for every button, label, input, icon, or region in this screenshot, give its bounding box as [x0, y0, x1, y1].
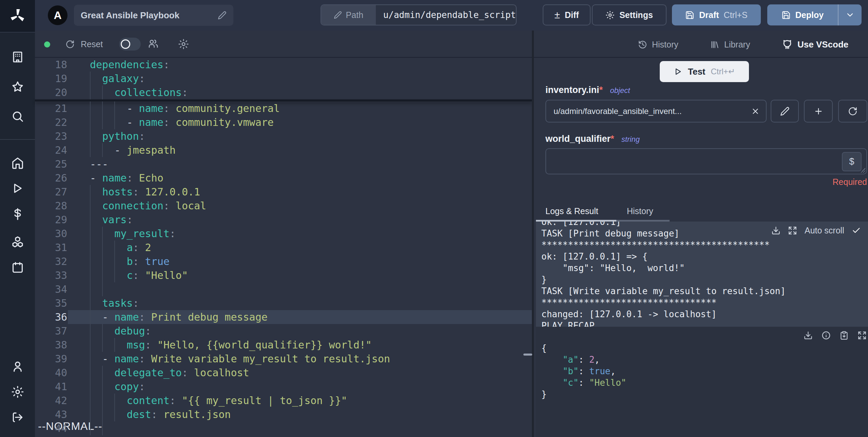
sidebar-item-search-icon[interactable] — [11, 110, 24, 123]
line-number: 24 — [35, 143, 67, 157]
sidebar — [0, 0, 35, 437]
required-error-text: Required — [545, 177, 867, 187]
line-number: 33 — [35, 268, 67, 282]
edit-name-icon[interactable] — [218, 11, 227, 20]
code-line[interactable]: c: "Hello" — [68, 268, 532, 282]
tab-logs-result[interactable]: Logs & Result — [545, 206, 598, 216]
draft-shortcut: Ctrl+S — [724, 10, 748, 20]
script-name-input[interactable]: Great Ansible Playbook — [74, 5, 233, 26]
code-line[interactable]: collections: — [68, 86, 532, 99]
path-field[interactable]: Path u/admin/dependable_script — [321, 4, 517, 25]
code-line[interactable]: delegate_to: localhost — [68, 366, 532, 380]
code-line[interactable]: - name: Write variable my_result to resu… — [68, 352, 532, 366]
sidebar-item-logout-icon[interactable] — [11, 411, 24, 424]
code-line[interactable]: my_result: — [68, 227, 532, 241]
code-line[interactable]: msg: "Hello, {{world_qualifier}} world!" — [68, 338, 532, 352]
sidebar-item-variables-icon[interactable] — [11, 208, 24, 221]
expand-logs-icon[interactable] — [788, 226, 797, 235]
code-line[interactable]: --- — [68, 157, 532, 171]
test-button[interactable]: Test Ctrl+↵ — [660, 61, 749, 82]
reset-button[interactable]: Reset — [65, 37, 103, 51]
line-number: 42 — [35, 394, 67, 407]
logs-output: ok: [127.0.0.1] TASK [Print debug messag… — [536, 222, 868, 327]
code-line[interactable] — [68, 282, 532, 296]
logs-actions: Auto scroll — [771, 226, 861, 235]
sidebar-item-workspace-icon[interactable] — [11, 51, 24, 63]
sidebar-item-schedules-icon[interactable] — [11, 261, 24, 274]
result-output: { "a": 2, "b": true, "c": "Hello"} — [536, 327, 868, 437]
code-line[interactable]: connection: local — [68, 199, 532, 213]
gear-icon — [605, 11, 615, 20]
code-line[interactable]: - name: community.vmware — [68, 115, 532, 129]
line-number: 19 — [35, 72, 67, 86]
settings-label: Settings — [619, 10, 653, 20]
history-button[interactable]: History — [638, 38, 678, 51]
code-line[interactable]: a: 2 — [68, 241, 532, 254]
copy-result-icon[interactable] — [840, 331, 849, 340]
line-number: 25 — [35, 157, 67, 171]
editor-settings-icon[interactable] — [178, 39, 189, 50]
line-number: 20 — [35, 86, 67, 99]
line-number: 37 — [35, 324, 67, 338]
sidebar-item-account-icon[interactable] — [11, 360, 24, 373]
code-line[interactable]: - name: Print debug message — [68, 310, 532, 324]
code-line[interactable]: copy: — [68, 380, 532, 394]
inventory-resource-input[interactable]: u/admin/favorable_ansible_invent... — [545, 100, 767, 122]
sidebar-item-favorites-icon[interactable] — [11, 80, 24, 93]
edit-resource-button[interactable] — [771, 100, 799, 122]
line-number: 38 — [35, 338, 67, 352]
sidebar-item-resources-icon[interactable] — [11, 235, 24, 248]
sidebar-item-runs-icon[interactable] — [11, 182, 24, 195]
settings-button[interactable]: Settings — [592, 4, 667, 25]
line-number: 34 — [35, 282, 67, 296]
expand-result-icon[interactable] — [857, 331, 867, 340]
code-line[interactable]: python: — [68, 129, 532, 143]
sidebar-item-settings-icon[interactable] — [11, 385, 24, 398]
code-line[interactable]: debug: — [68, 324, 532, 338]
world-qualifier-field-label: world_qualifier* string — [545, 134, 640, 144]
deploy-options-button[interactable] — [838, 4, 862, 25]
status-dot — [44, 41, 50, 48]
autoscroll-check-icon[interactable] — [852, 226, 861, 235]
app-logo-button[interactable] — [0, 0, 35, 33]
use-vscode-button[interactable]: Use VScode — [782, 38, 848, 51]
pencil-icon — [780, 107, 790, 116]
code-line[interactable]: b: true — [68, 254, 532, 268]
add-resource-button[interactable] — [804, 100, 833, 122]
insert-variable-button[interactable]: $ — [842, 152, 862, 171]
deploy-label: Deploy — [795, 10, 824, 20]
code-line[interactable]: dependencies: — [68, 58, 532, 72]
code-line[interactable]: - name: community.general — [68, 101, 532, 115]
code-line[interactable]: content: "{{ my_result | to_json }}" — [68, 394, 532, 407]
library-button[interactable]: Library — [710, 38, 750, 51]
test-shortcut: Ctrl+↵ — [711, 67, 735, 76]
sidebar-item-home-icon[interactable] — [11, 157, 24, 170]
app-window: A Great Ansible Playbook Path u/admin/de… — [0, 0, 868, 437]
info-icon[interactable] — [822, 331, 831, 340]
code-line[interactable]: - jmespath — [68, 143, 532, 157]
code-line[interactable]: dest: result.json — [68, 407, 532, 421]
result-json: { "a": 2, "b": true, "c": "Hello"} — [541, 342, 868, 400]
tab-history[interactable]: History — [627, 206, 653, 216]
world-qualifier-input[interactable]: $ — [545, 148, 867, 174]
assistant-toggle[interactable] — [119, 38, 141, 51]
download-result-icon[interactable] — [804, 331, 813, 340]
code-line[interactable]: - name: Echo — [68, 171, 532, 185]
code-line[interactable]: galaxy: — [68, 72, 532, 86]
collaborators-icon[interactable] — [148, 39, 159, 50]
line-number: 43 — [35, 407, 67, 421]
library-label: Library — [724, 40, 750, 50]
code-line[interactable] — [68, 421, 532, 435]
code-line[interactable]: hosts: 127.0.0.1 — [68, 185, 532, 199]
diff-button[interactable]: ± Diff — [543, 4, 591, 25]
code-line[interactable]: vars: — [68, 213, 532, 227]
code-line[interactable]: tasks: — [68, 296, 532, 310]
line-number: 40 — [35, 366, 67, 380]
download-logs-icon[interactable] — [771, 226, 780, 235]
deploy-button[interactable]: Deploy — [767, 4, 838, 25]
resize-grip[interactable] — [861, 168, 865, 173]
line-number: 36 — [35, 310, 67, 324]
refresh-resource-button[interactable] — [838, 100, 867, 122]
clear-icon[interactable] — [751, 107, 760, 116]
draft-button[interactable]: Draft Ctrl+S — [672, 4, 761, 25]
